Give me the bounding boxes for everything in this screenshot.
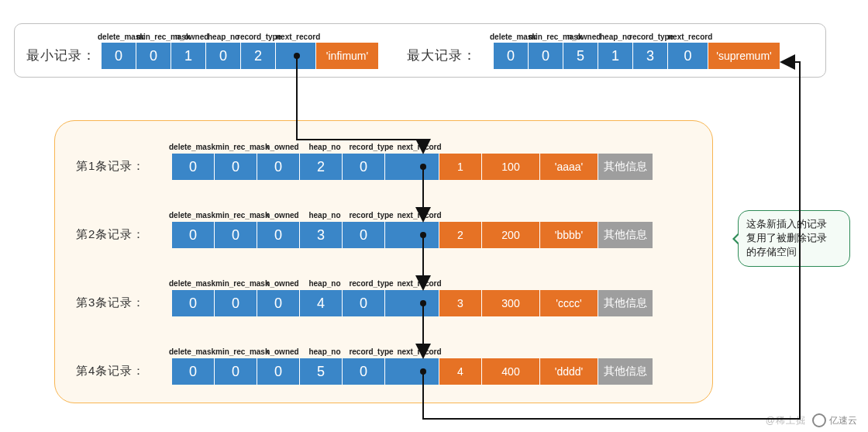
record-1-n_owned: 0 [257,154,300,180]
infimum-column-headers: delete_mask min_rec_mask n_owned heap_no… [98,33,313,41]
record-3-txt: 'cccc' [540,290,598,316]
record-1-other: 其他信息 [598,154,653,180]
col-delete-mask: delete_mask [98,33,136,41]
record-3-column-headers: delete_maskmin_rec_maskn_ownedheap_norec… [169,279,443,288]
col-record_type: record_type [347,211,395,219]
record-2-id: 2 [439,222,482,248]
infimum-record: 0 0 1 0 2 'infimum' [102,43,378,69]
col-n_owned: n_owned [262,347,302,356]
record-3-n_owned: 0 [257,290,300,316]
supremum-name: 'supremum' [708,43,780,69]
record-1-id: 1 [439,154,482,180]
record-4-label: 第4条记录： [76,364,145,378]
col-min_rec_mask: min_rec_mask [215,143,262,151]
record-1-heap_no: 2 [300,154,343,180]
supremum-n-owned: 5 [563,43,598,69]
col-delete-mask: delete_mask [490,33,529,41]
record-3-record_type: 0 [343,290,385,316]
col-next_record: next_record [395,143,443,151]
record-4-column-headers: delete_maskmin_rec_maskn_ownedheap_norec… [169,347,443,356]
col-min_rec_mask: min_rec_mask [215,279,262,288]
record-2-next_record [385,222,439,248]
record-2-val: 200 [482,222,540,248]
supremum-label: 最大记录： [407,47,477,64]
reuse-callout: 这条新插入的记录 复用了被删除记录 的存储空间 [738,210,850,267]
site-logo: 亿速云 [812,413,857,427]
record-2-min_rec_mask: 0 [215,222,257,248]
infimum-next-record [276,43,316,69]
record-3-val: 300 [482,290,540,316]
col-heap_no: heap_no [302,143,347,151]
infimum-record-type: 2 [241,43,276,69]
infimum-delete-mask: 0 [102,43,136,69]
col-record_type: record_type [347,143,395,151]
record-2-other: 其他信息 [598,222,653,248]
col-n-owned: n_owned [175,33,208,41]
record-4-delete_mask: 0 [172,358,215,385]
record-4-next_record [385,358,439,385]
col-heap-no: heap_no [208,33,237,41]
record-4-txt: 'dddd' [540,358,598,385]
col-next-record: next_record [276,33,313,41]
col-record-type: record_type [629,33,668,41]
record-4-record_type: 0 [343,358,385,385]
col-record_type: record_type [347,347,395,356]
col-heap-no: heap_no [600,33,629,41]
col-next_record: next_record [395,211,443,219]
record-4-val: 400 [482,358,540,385]
callout-line1: 这条新插入的记录 [746,218,827,230]
user-record-1: 000201100'aaaa'其他信息 [172,154,653,180]
col-delete_mask: delete_mask [169,211,215,219]
record-2-txt: 'bbbb' [540,222,598,248]
record-1-record_type: 0 [343,154,385,180]
supremum-next-record: 0 [668,43,708,69]
record-1-column-headers: delete_maskmin_rec_maskn_ownedheap_norec… [169,143,443,151]
col-next_record: next_record [395,347,443,356]
infimum-label: 最小记录： [26,47,96,64]
col-record-type: record_type [237,33,276,41]
record-1-next_record [385,154,439,180]
col-record_type: record_type [347,279,395,288]
col-next-record: next_record [668,33,705,41]
supremum-record-type: 3 [633,43,668,69]
user-record-4: 000504400'dddd'其他信息 [172,358,653,385]
user-record-2: 000302200'bbbb'其他信息 [172,222,653,248]
callout-line2: 复用了被删除记录 [746,232,827,244]
record-3-next_record [385,290,439,316]
record-3-heap_no: 4 [300,290,343,316]
supremum-min-rec-mask: 0 [529,43,563,69]
record-3-label: 第3条记录： [76,295,145,310]
user-record-3: 000403300'cccc'其他信息 [172,290,653,316]
supremum-heap-no: 1 [598,43,633,69]
infimum-min-rec-mask: 0 [136,43,171,69]
record-2-heap_no: 3 [300,222,343,248]
record-3-delete_mask: 0 [172,290,215,316]
record-4-id: 4 [439,358,482,385]
record-1-val: 100 [482,154,540,180]
col-heap_no: heap_no [302,279,347,288]
col-min_rec_mask: min_rec_mask [215,211,262,219]
record-4-heap_no: 5 [300,358,343,385]
col-delete_mask: delete_mask [169,347,215,356]
infimum-name: 'infimum' [316,43,378,69]
infimum-n-owned: 1 [171,43,206,69]
record-2-column-headers: delete_maskmin_rec_maskn_ownedheap_norec… [169,211,443,219]
record-2-delete_mask: 0 [172,222,215,248]
supremum-record: 0 0 5 1 3 0 'supremum' [494,43,780,69]
col-n_owned: n_owned [262,279,302,288]
record-2-label: 第2条记录： [76,227,145,242]
callout-line3: 的存储空间 [746,246,797,257]
col-n_owned: n_owned [262,211,302,219]
cloud-icon [812,413,826,427]
record-2-record_type: 0 [343,222,385,248]
col-next_record: next_record [395,279,443,288]
record-4-other: 其他信息 [598,358,653,385]
col-heap_no: heap_no [302,347,347,356]
infimum-heap-no: 0 [206,43,241,69]
col-min-rec-mask: min_rec_mask [529,33,567,41]
record-3-id: 3 [439,290,482,316]
record-1-txt: 'aaaa' [540,154,598,180]
col-min-rec-mask: min_rec_mask [136,33,175,41]
logo-text: 亿速云 [829,414,857,427]
record-3-other: 其他信息 [598,290,653,316]
